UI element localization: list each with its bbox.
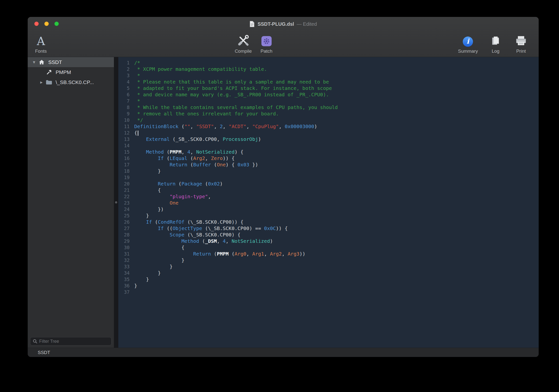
code-line[interactable]: 12{ [118,130,539,136]
line-number: 16 [118,155,130,161]
disclosure-down-icon[interactable]: ▾ [30,59,38,65]
code-text: { [134,130,138,136]
toolbar-button-label: Print [516,49,526,54]
line-number: 14 [118,142,130,149]
sidebar: ▾SSDTPMPM▸\_SB.SCK0.CP... [28,57,114,348]
code-line[interactable]: 20 Return (Package (0x02) [118,181,539,187]
line-number: 19 [118,174,130,181]
line-number: 9 [118,110,130,117]
code-editor[interactable]: 1/*2 * XCPM power management compatibili… [118,57,539,348]
code-text: } [134,263,173,270]
status-bar: SSDT [28,348,539,357]
toolbar-button-label: Fonts [35,49,47,54]
code-text: }) [134,206,164,212]
code-text: Return (Package (0x02) [134,181,223,187]
window-title: SSDT-PLUG.dsl — Edited [28,17,539,31]
code-line[interactable]: 2 * XCPM power management compatibility … [118,66,539,72]
code-line[interactable]: 24 }) [118,206,539,212]
toolbar-button-label: Patch [261,49,273,54]
code-line[interactable]: 27 If ((ObjectType (\_SB.SCK0.CP00) == 0… [118,225,539,232]
code-line[interactable]: 6 * and device name may vary (e.g. _SB_.… [118,91,539,98]
line-number: 15 [118,149,130,155]
line-number: 35 [118,276,130,282]
toolbar-button-print[interactable]: Print [513,33,529,54]
titlebar[interactable]: SSDT-PLUG.dsl — Edited [28,17,539,31]
code-line[interactable]: 28 Scope (\_SB.SCK0.CP00) { [118,232,539,238]
code-line[interactable]: 19 [118,174,539,181]
line-number: 37 [118,289,130,295]
code-line[interactable]: 25 } [118,212,539,219]
toolbar-button-summary[interactable]: iSummary [458,33,478,54]
line-number: 7 [118,98,130,104]
filter-tree-field[interactable] [30,337,111,345]
disclosure-right-icon[interactable]: ▸ [37,79,45,85]
sidebar-item-label: SSDT [48,59,62,65]
toolbar-button-log[interactable]: Log [488,33,503,54]
code-line[interactable]: 30 { [118,244,539,251]
line-number: 11 [118,123,130,130]
code-text: */ [134,117,143,123]
code-line[interactable]: 34 } [118,270,539,276]
line-number: 24 [118,206,130,212]
code-text: One [134,200,179,206]
code-line[interactable]: 26 If (CondRefOf (\_SB.SCK0.CP00)) { [118,219,539,225]
sidebar-item-sb-sck0-cp[interactable]: ▸\_SB.SCK0.CP... [28,77,114,87]
code-line[interactable]: 10 */ [118,117,539,123]
line-number: 10 [118,117,130,123]
code-line[interactable]: 1/* [118,60,539,66]
code-line[interactable]: 4 * Please note that this table is only … [118,79,539,85]
code-line[interactable]: 7 * [118,98,539,104]
code-line[interactable]: 13 External (_SB_.SCK0.CP00, ProcessorOb… [118,136,539,142]
printer-icon [515,33,527,47]
code-line[interactable]: 8 * While the table contains several exa… [118,104,539,110]
filter-tree-input[interactable] [39,339,109,344]
code-line[interactable]: 17 Return (Buffer (One) { 0x03 }) [118,161,539,168]
code-line[interactable]: 14 [118,142,539,149]
code-line[interactable]: 22 "plugin-type", [118,193,539,200]
code-line[interactable]: 37 [118,289,539,295]
code-line[interactable]: 3 * [118,72,539,79]
code-text: * remove all the ones irrelevant for you… [134,110,279,117]
code-text: } [134,257,184,263]
line-number: 33 [118,263,130,270]
code-line[interactable]: 21 { [118,187,539,193]
toolbar-button-fonts[interactable]: AFonts [33,33,49,54]
toolbar-button-compile[interactable]: Compile [235,33,252,54]
code-line[interactable]: 15 Method (PMPM, 4, NotSerialized) { [118,149,539,155]
sidebar-item-label: \_SB.SCK0.CP... [56,79,94,85]
sidebar-item-pmpm[interactable]: PMPM [28,67,114,77]
code-line[interactable]: 36} [118,282,539,289]
code-line[interactable]: 16 If (LEqual (Arg2, Zero)) { [118,155,539,161]
code-line[interactable]: 35 } [118,276,539,282]
code-line[interactable]: 5 * adapted to fit your board's ACPI sta… [118,85,539,91]
line-number: 20 [118,181,130,187]
window-title-edited-badge: — Edited [297,21,317,27]
line-number: 17 [118,161,130,168]
code-line[interactable]: 29 Method (_DSM, 4, NotSerialized) [118,238,539,244]
code-text: * Please note that this table is only a … [134,79,329,85]
text-caret [138,131,138,136]
line-number: 32 [118,257,130,263]
code-line[interactable]: 32 } [118,257,539,263]
toolbar: AFontsCompilePatchiSummaryLogPrint [28,31,539,57]
pane-divider[interactable] [114,57,118,348]
toolbar-button-patch[interactable]: Patch [259,33,274,54]
toolbar-center: CompilePatch [235,33,274,54]
code-line[interactable]: 23 One [118,200,539,206]
method-icon [45,69,53,75]
line-number: 22 [118,193,130,200]
code-line[interactable]: 18 } [118,168,539,174]
line-number: 27 [118,225,130,232]
folder-icon [45,80,53,85]
sidebar-item-ssdt[interactable]: ▾SSDT [28,57,114,67]
code-line[interactable]: 11DefinitionBlock ("", "SSDT", 2, "ACDT"… [118,123,539,130]
code-line[interactable]: 31 Return (PMPM (Arg0, Arg1, Arg2, Arg3)… [118,251,539,257]
code-line[interactable]: 33 } [118,263,539,270]
app-window: SSDT-PLUG.dsl — Edited AFontsCompilePatc… [28,17,539,357]
toolbar-button-label: Compile [235,49,252,54]
toolbar-button-label: Log [492,49,499,54]
line-number: 6 [118,91,130,98]
status-text: SSDT [38,350,50,355]
code-text: } [134,270,161,276]
code-line[interactable]: 9 * remove all the ones irrelevant for y… [118,110,539,117]
